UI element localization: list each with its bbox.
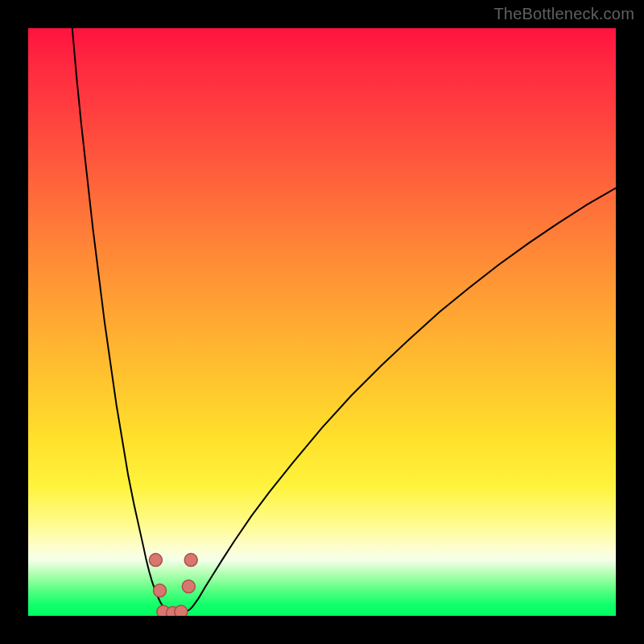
watermark-text: TheBottleneck.com — [493, 5, 634, 23]
curve-marker-1 — [154, 584, 167, 597]
curve-marker-4 — [175, 605, 188, 616]
curve-marker-0 — [149, 554, 162, 567]
chart-plot-area — [28, 28, 616, 616]
curve-marker-6 — [184, 554, 197, 567]
curve-markers-group — [149, 554, 197, 616]
curve-marker-5 — [182, 580, 195, 593]
bottleneck-curve — [72, 28, 616, 613]
bottleneck-curve-svg — [28, 28, 616, 616]
